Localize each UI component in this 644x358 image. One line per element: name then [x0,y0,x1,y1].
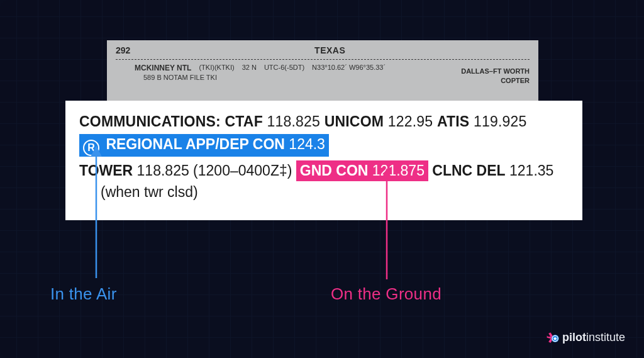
brand-badge-icon [546,332,558,344]
app-dep-highlight: R REGIONAL APP/DEP CON 124.3 [79,134,329,157]
sectional-region: DALLAS–FT WORTH [461,67,530,76]
atis-label: ATIS [437,113,469,130]
comm-note: (when twr clsd) [79,182,569,202]
comm-line-2: R REGIONAL APP/DEP CON 124.3 [79,134,569,157]
communications-panel: COMMUNICATIONS: CTAF 118.825 UNICOM 122.… [65,101,582,220]
gnd-freq: 121.875 [372,162,425,179]
brand-light: institute [586,331,625,344]
chart-supplement-header: 292 TEXAS MCKINNEY NTL (TKI)(KTKI) 32 N … [107,40,538,101]
airport-utc: UTC-6(-5DT) [264,64,304,71]
app-dep-label: REGIONAL APP/DEP CON [106,136,285,152]
tower-label: TOWER [79,162,133,179]
clnc-label: CLNC DEL [432,162,505,179]
callout-in-the-air: In the Air [50,284,117,304]
tower-hours: (1200–0400Z‡) [193,162,292,179]
copter-label: COPTER [461,76,530,86]
registered-icon: R [83,140,99,156]
airport-idents: (TKI)(KTKI) [199,64,234,71]
ctaf-label: CTAF [225,113,262,130]
airport-loc: 32 N [242,64,257,71]
app-dep-freq: 124.3 [289,136,325,152]
brand-bold: pilot [562,331,586,344]
airport-name: MCKINNEY NTL [135,64,191,72]
atis-freq: 119.925 [474,113,527,130]
brand-logo: pilotinstitute [546,331,625,344]
airport-coords: N33°10.62´ W96°35.33´ [312,64,386,71]
ctaf-freq: 118.825 [267,113,321,130]
page-number: 292 [116,45,130,55]
gnd-highlight: GND CON 121.875 [296,160,428,181]
tower-freq: 118.825 [137,162,189,179]
comm-line-1: COMMUNICATIONS: CTAF 118.825 UNICOM 122.… [79,112,569,131]
brand-text: pilotinstitute [562,331,625,344]
clnc-freq: 121.35 [509,162,553,179]
comm-heading: COMMUNICATIONS: [79,113,221,130]
comm-line-3: TOWER 118.825 (1200–0400Z‡) GND CON 121.… [79,160,569,181]
state-heading: TEXAS [130,45,530,55]
gnd-label: GND CON [300,162,369,179]
divider-dashed [116,59,530,60]
callout-on-the-ground: On the Ground [331,284,441,304]
unicom-freq: 122.95 [388,113,433,130]
unicom-label: UNICOM [325,113,384,130]
